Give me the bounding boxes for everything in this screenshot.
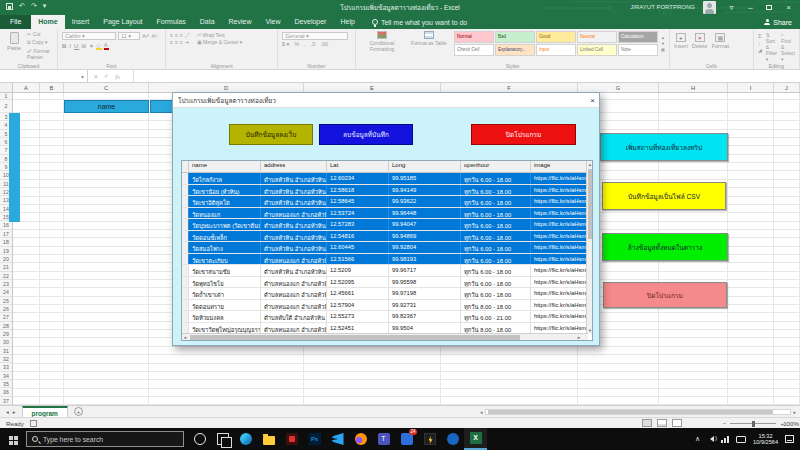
paste-button[interactable]: Paste bbox=[4, 31, 24, 60]
grid-row-header[interactable] bbox=[182, 254, 189, 265]
borders-icon[interactable]: ⊞ ▾ bbox=[81, 42, 94, 49]
delete-cells-button[interactable]: ×Delete bbox=[692, 31, 708, 49]
row-header-27[interactable]: 27 bbox=[0, 313, 12, 321]
grid-row[interactable]: วัดเขาน้อย (หัวหิน)ตำบลหัวหิน อำเภอหัวหิ… bbox=[182, 185, 587, 197]
enter-icon[interactable]: ✓ bbox=[104, 72, 109, 80]
row-header-35[interactable]: 35 bbox=[0, 380, 12, 388]
cut-button[interactable]: ✂ Cut bbox=[27, 31, 53, 37]
zoom-out-icon[interactable]: − bbox=[723, 420, 727, 427]
sheet-tab-program[interactable]: program bbox=[22, 406, 68, 417]
save-icon[interactable] bbox=[6, 3, 13, 10]
grid-row-header[interactable] bbox=[182, 219, 189, 230]
save-csv-button[interactable]: บันทึกข้อมูลเป็นไฟล์ CSV bbox=[602, 182, 726, 210]
dialog-close-icon[interactable]: × bbox=[590, 93, 595, 108]
grid-row-header[interactable] bbox=[182, 173, 189, 184]
grid-row-header[interactable] bbox=[182, 288, 189, 299]
vscode-icon[interactable] bbox=[326, 428, 349, 450]
accounting-format-icon[interactable]: $ ▾ bbox=[282, 41, 289, 47]
grid-row[interactable]: วัดสมอโพรงตำบลหัวหิน อำเภอหัวหิน ประ12.6… bbox=[182, 242, 587, 254]
column-header-H[interactable]: H bbox=[659, 83, 728, 92]
sheet-horizontal-scrollbar[interactable]: ◂ ▸ bbox=[480, 408, 796, 416]
format-as-table-button[interactable]: Format as Table bbox=[407, 31, 451, 56]
bluedot-icon[interactable] bbox=[441, 428, 464, 450]
grid-column-address[interactable]: address bbox=[261, 161, 327, 172]
thunder-icon[interactable] bbox=[418, 428, 441, 450]
column-header-F[interactable]: F bbox=[441, 83, 578, 92]
find-select-button[interactable]: ⌕ Find &Select ▾ bbox=[781, 31, 795, 62]
volume-icon[interactable] bbox=[707, 436, 714, 442]
font-size-select[interactable]: 11 ▾ bbox=[118, 32, 140, 40]
align-top-icon[interactable]: ≡ bbox=[170, 32, 173, 38]
sheet-nav-right-icon[interactable]: ▸ bbox=[13, 409, 16, 415]
cell-style-item[interactable]: Bad bbox=[495, 31, 535, 43]
align-middle-icon[interactable]: ≡ bbox=[175, 32, 178, 38]
cell-style-item[interactable]: Input bbox=[536, 44, 576, 56]
grid-vertical-scrollbar[interactable]: ▲ ▼ bbox=[586, 161, 592, 334]
teams-icon[interactable]: T bbox=[372, 428, 395, 450]
row-header-31[interactable]: 31 bbox=[0, 347, 12, 355]
column-header-A[interactable]: A bbox=[13, 83, 40, 92]
firefox-icon[interactable] bbox=[349, 428, 372, 450]
clear-icon[interactable]: ◢ bbox=[758, 47, 762, 53]
row-header-26[interactable]: 26 bbox=[0, 305, 12, 313]
undo-icon[interactable]: ↶ bbox=[19, 2, 25, 10]
row-header-23[interactable]: 23 bbox=[0, 280, 12, 288]
row-header-29[interactable]: 29 bbox=[0, 330, 12, 338]
row-header-18[interactable]: 18 bbox=[0, 238, 12, 246]
cell-style-item[interactable]: Calculation bbox=[618, 31, 658, 43]
tell-me-box[interactable]: Tell me what you want to do bbox=[372, 15, 467, 29]
tab-File[interactable]: File bbox=[0, 15, 31, 29]
edge-icon[interactable] bbox=[234, 428, 257, 450]
row-header-37[interactable]: 37 bbox=[0, 397, 12, 405]
formula-input[interactable] bbox=[134, 70, 800, 82]
grid-row[interactable]: วัดดอนขี้เหล็กตำบลหัวหิน อำเภอหัวหิน ประ… bbox=[182, 231, 587, 243]
keyboard-icon[interactable] bbox=[736, 436, 746, 443]
tab-Developer[interactable]: Developer bbox=[288, 15, 334, 29]
grow-font-icon[interactable]: A˄ bbox=[142, 33, 150, 39]
page-break-view-icon[interactable] bbox=[672, 419, 682, 427]
align-center-icon[interactable]: ≡ bbox=[175, 39, 178, 45]
grid-row-header[interactable] bbox=[182, 323, 189, 334]
fill-color-icon[interactable]: ◇ bbox=[96, 41, 102, 50]
row-header-16[interactable]: 16 bbox=[0, 221, 12, 229]
wrap-text-button[interactable]: ⏎ Wrap Text bbox=[197, 32, 225, 38]
dialog-title-bar[interactable]: โปรแกรมเพิ่มข้อมูลตารางท่องเที่ยว × bbox=[173, 93, 599, 108]
cell-style-item[interactable]: Linked Cell bbox=[577, 44, 617, 56]
column-header-B[interactable]: B bbox=[40, 83, 64, 92]
grid-row-header[interactable] bbox=[182, 196, 189, 207]
explorer-icon[interactable] bbox=[257, 428, 280, 450]
tab-View[interactable]: View bbox=[259, 15, 288, 29]
row-header-32[interactable]: 32 bbox=[0, 355, 12, 363]
number-format-select[interactable]: General ▾ bbox=[282, 32, 348, 40]
avatar[interactable] bbox=[703, 1, 716, 14]
insert-function-icon[interactable]: fx bbox=[115, 73, 120, 80]
column-header-C[interactable]: C bbox=[64, 83, 149, 92]
tray-chevron-icon[interactable]: ∧ bbox=[695, 435, 700, 443]
normal-view-icon[interactable] bbox=[642, 419, 652, 427]
close-button[interactable]: × bbox=[779, 0, 798, 15]
grid-row-header[interactable] bbox=[182, 242, 189, 253]
row-header-25[interactable]: 25 bbox=[0, 297, 12, 305]
delete-saved-button[interactable]: ลบข้อมูลที่บันทึก bbox=[319, 124, 413, 145]
grid-row[interactable]: วัดเขาอิติสุคโตตำบลหัวหิน อำเภอหัวหิน ปร… bbox=[182, 196, 587, 208]
network-icon[interactable] bbox=[721, 436, 729, 443]
row-header-17[interactable]: 17 bbox=[0, 230, 12, 238]
dialog-close-program-button[interactable]: ปิดโปรแกรม bbox=[471, 124, 576, 145]
scroll-up-icon[interactable]: ▲ bbox=[587, 161, 593, 168]
zoom-level[interactable]: 100% bbox=[783, 420, 799, 427]
column-header-I[interactable]: I bbox=[728, 83, 774, 92]
orientation-icon[interactable]: ⤢ bbox=[185, 32, 189, 38]
column-header-J[interactable]: J bbox=[774, 83, 800, 92]
cell-style-item[interactable]: Note bbox=[618, 44, 658, 56]
row-header-22[interactable]: 22 bbox=[0, 272, 12, 280]
cell-style-item[interactable]: Explanatory... bbox=[495, 44, 535, 56]
decrease-decimal-icon[interactable]: .00 bbox=[320, 41, 328, 47]
ribbon-display-options-icon[interactable]: ▿ bbox=[722, 0, 741, 15]
tab-Help[interactable]: Help bbox=[333, 15, 361, 29]
grid-column-openhour[interactable]: openhour bbox=[461, 161, 531, 172]
restore-button[interactable] bbox=[760, 0, 779, 15]
tab-Page Layout[interactable]: Page Layout bbox=[96, 15, 149, 29]
grid-row[interactable]: วัดถ้ำเขาเต่าตำบลหนองแก อำเภอหัวหิน ป12.… bbox=[182, 288, 587, 300]
grid-row[interactable]: วัดหนองแกตำบลหนองแก อำเภอหัวหิน ป12.5372… bbox=[182, 208, 587, 220]
row-header-21[interactable]: 21 bbox=[0, 263, 12, 271]
